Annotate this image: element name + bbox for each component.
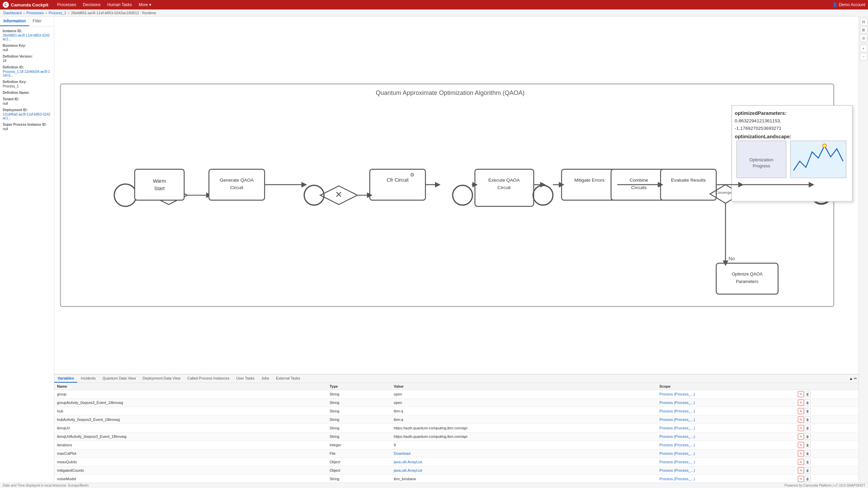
sidebar-tabs: Information Filter	[0, 17, 54, 26]
value-instance-id[interactable]: 26efd801-ae3f-11ef-b853-0242ac1...	[3, 34, 51, 41]
value-super-instance: null	[3, 127, 51, 131]
scope-link[interactable]: Process (Process_...)	[659, 434, 695, 439]
scope-link[interactable]: Process (Process_...)	[659, 443, 695, 447]
col-scope: Scope	[657, 383, 795, 390]
label-def-id: Definition ID:	[3, 65, 51, 69]
col-value: Value	[391, 383, 656, 390]
edit-variable-button[interactable]: ✎	[798, 476, 804, 482]
nav-processes[interactable]: Processes	[54, 0, 80, 9]
cell-type: String	[327, 407, 391, 415]
collapse-up-icon[interactable]: ▲	[849, 376, 853, 381]
cell-scope[interactable]: Process (Process_...)	[657, 458, 795, 466]
delete-variable-button[interactable]: 🗑	[805, 433, 811, 440]
zoom-in-btn[interactable]: +	[860, 45, 867, 52]
cell-scope[interactable]: Process (Process_...)	[657, 390, 795, 399]
tab-external-tasks[interactable]: External Tasks	[273, 374, 303, 383]
cell-type: File	[327, 449, 391, 458]
value-link[interactable]: java.util.ArrayList	[394, 468, 422, 472]
scope-link[interactable]: Process (Process_...)	[659, 409, 695, 413]
breadcrumb-process1[interactable]: Process_1	[48, 11, 66, 15]
cell-value[interactable]: java.util.ArrayList	[391, 466, 656, 475]
delete-variable-button[interactable]: 🗑	[805, 416, 811, 423]
scope-link[interactable]: Process (Process_...)	[659, 477, 695, 481]
tab-variables[interactable]: Variables	[54, 374, 77, 383]
tab-called-process-instances[interactable]: Called Process Instances	[184, 374, 233, 383]
breadcrumb-processes[interactable]: Processes	[26, 11, 44, 15]
delete-variable-button[interactable]: 🗑	[805, 400, 811, 406]
edit-variable-button[interactable]: ✎	[798, 391, 804, 397]
tab-filter[interactable]: Filter	[29, 17, 45, 26]
cell-name: measQubits	[54, 458, 327, 466]
value-def-id[interactable]: Process_1:18:12e90c04-ae3f-11ef-b...	[3, 70, 51, 77]
cell-scope[interactable]: Process (Process_...)	[657, 449, 795, 458]
edit-variable-button[interactable]: ✎	[798, 400, 804, 406]
breadcrumb-dashboard[interactable]: Dashboard	[3, 11, 22, 15]
cell-scope[interactable]: Process (Process_...)	[657, 475, 795, 483]
nav-more[interactable]: More ▾	[135, 0, 155, 9]
scope-link[interactable]: Process (Process_...)	[659, 426, 695, 430]
nav-human-tasks[interactable]: Human Tasks	[104, 0, 135, 9]
edit-variable-button[interactable]: ✎	[798, 416, 804, 423]
right-toolbar: ⊟ ⊞ ◎ + −	[859, 17, 868, 483]
scope-link[interactable]: Process (Process_...)	[659, 401, 695, 405]
tab-user-tasks[interactable]: User Tasks	[233, 374, 258, 383]
scope-link[interactable]: Process (Process_...)	[659, 460, 695, 464]
svg-rect-24	[561, 169, 617, 200]
tab-deployment-data-view[interactable]: Deployment Data View	[139, 374, 184, 383]
svg-text:✕: ✕	[335, 190, 342, 199]
cell-value[interactable]: java.util.ArrayList	[391, 458, 656, 466]
cell-scope[interactable]: Process (Process_...)	[657, 432, 795, 441]
cell-type: Integer	[327, 441, 391, 449]
bpmn-viewer[interactable]: Quantum Approximate Optimization Algorit…	[54, 17, 859, 374]
scope-link[interactable]: Process (Process_...)	[659, 468, 695, 472]
value-def-key: Process_1	[3, 84, 51, 88]
value-link[interactable]: java.util.ArrayList	[394, 460, 422, 464]
scope-link[interactable]: Process (Process_...)	[659, 392, 695, 396]
cell-value: https://auth.quantum-computing.ibm.com/a…	[391, 424, 656, 432]
delete-variable-button[interactable]: 🗑	[805, 459, 811, 465]
svg-text:Quantum Approximate Optimizati: Quantum Approximate Optimization Algorit…	[376, 89, 525, 96]
cell-value: https://auth.quantum-computing.ibm.com/a…	[391, 432, 656, 441]
cell-actions: ✎🗑	[795, 458, 859, 466]
delete-variable-button[interactable]: 🗑	[805, 476, 811, 482]
edit-variable-button[interactable]: ✎	[798, 408, 804, 414]
toolbar-btn-1[interactable]: ⊟	[860, 18, 867, 25]
zoom-out-btn[interactable]: −	[860, 53, 867, 60]
value-link[interactable]: Download	[394, 451, 410, 455]
cell-scope[interactable]: Process (Process_...)	[657, 407, 795, 415]
table-row: hubStringibm-qProcess (Process_...)✎🗑	[54, 407, 859, 415]
table-row: groupActivity_0oqsos3_Event_18tmvwgStrin…	[54, 399, 859, 407]
delete-variable-button[interactable]: 🗑	[805, 450, 811, 456]
edit-variable-button[interactable]: ✎	[798, 425, 804, 431]
value-deployment-id[interactable]: 12cd46a0-ae3f-11ef-b853-0242ac1...	[3, 113, 51, 120]
toolbar-btn-3[interactable]: ◎	[860, 34, 867, 42]
delete-variable-button[interactable]: 🗑	[805, 391, 811, 397]
scope-link[interactable]: Process (Process_...)	[659, 451, 695, 455]
delete-variable-button[interactable]: 🗑	[805, 442, 811, 448]
edit-variable-button[interactable]: ✎	[798, 450, 804, 456]
delete-variable-button[interactable]: 🗑	[805, 408, 811, 414]
cell-scope[interactable]: Process (Process_...)	[657, 399, 795, 407]
scope-link[interactable]: Process (Process_...)	[659, 418, 695, 422]
table-row: ibmqUrlActivity_0oqsos3_Event_18tmvwgStr…	[54, 432, 859, 441]
cell-scope[interactable]: Process (Process_...)	[657, 415, 795, 424]
cell-scope[interactable]: Process (Process_...)	[657, 424, 795, 432]
nav-decisions[interactable]: Decisions	[80, 0, 104, 9]
edit-variable-button[interactable]: ✎	[798, 467, 804, 473]
cell-scope[interactable]: Process (Process_...)	[657, 466, 795, 475]
cell-scope[interactable]: Process (Process_...)	[657, 441, 795, 449]
tab-jobs[interactable]: Jobs	[258, 374, 273, 383]
delete-variable-button[interactable]: 🗑	[805, 425, 811, 431]
toolbar-btn-2[interactable]: ⊞	[860, 26, 867, 34]
edit-variable-button[interactable]: ✎	[798, 442, 804, 448]
delete-variable-button[interactable]: 🗑	[805, 467, 811, 473]
edit-variable-button[interactable]: ✎	[798, 459, 804, 465]
edit-variable-button[interactable]: ✎	[798, 433, 804, 440]
cell-value[interactable]: Download	[391, 449, 656, 458]
user-name[interactable]: Demo Account	[839, 2, 865, 7]
table-row: hubActivity_0oqsos3_Event_18tmvwgStringi…	[54, 415, 859, 424]
tab-information[interactable]: Information	[0, 17, 29, 26]
tab-quantum-data-view[interactable]: Quantum Data View	[99, 374, 139, 383]
edit-icon[interactable]: ✏	[854, 376, 857, 381]
tab-incidents[interactable]: Incidents	[77, 374, 99, 383]
